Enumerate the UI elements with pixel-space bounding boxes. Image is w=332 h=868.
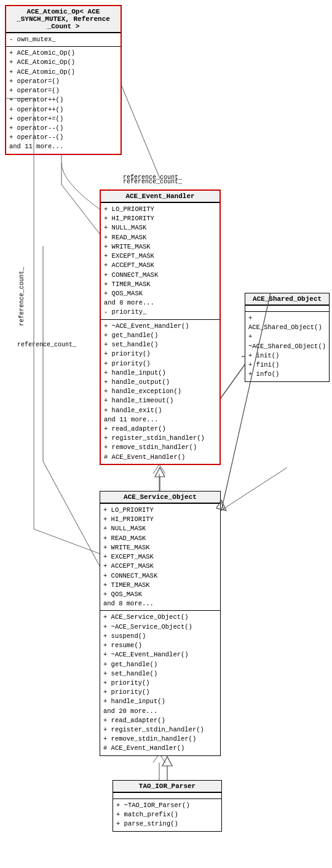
svg-line-8 — [219, 363, 246, 400]
tao-ior-parser-methods: + ~TAO_IOR_Parser() + match_prefix() + p… — [113, 798, 221, 831]
svg-marker-10 — [155, 468, 165, 477]
tao-ior-parser-box: TAO_IOR_Parser + ~TAO_IOR_Parser() + mat… — [113, 780, 222, 832]
ace-event-handler-header: ACE_Event_Handler — [101, 191, 219, 202]
ace-event-handler-box: ACE_Event_Handler + LO_PRIORITY + HI_PRI… — [100, 189, 221, 465]
ace-shared-object-box: ACE_Shared_Object + ACE_Shared_Object() … — [245, 293, 330, 382]
svg-line-6 — [221, 468, 287, 511]
ref-count-label: reference_count_ — [123, 174, 182, 181]
svg-line-4 — [43, 461, 100, 566]
ace-service-object-box: ACE_Service_Object + LO_PRIORITY + HI_PR… — [100, 491, 221, 756]
diagram-container: reference_count_ reference_count_ ACE_At… — [0, 0, 332, 868]
svg-marker-14 — [162, 757, 172, 766]
svg-line-2 — [122, 86, 160, 178]
ace-service-object-constants: + LO_PRIORITY + HI_PRIORITY + NULL_MASK … — [100, 503, 220, 610]
ace-shared-object-empty — [245, 305, 329, 311]
ace-event-handler-constants: + LO_PRIORITY + HI_PRIORITY + NULL_MASK … — [101, 202, 219, 319]
ace-shared-object-header: ACE_Shared_Object — [245, 293, 329, 305]
ace-service-object-methods: + ACE_Service_Object() + ~ACE_Service_Ob… — [100, 610, 220, 755]
ace-service-object-header: ACE_Service_Object — [100, 492, 220, 503]
tao-ior-parser-empty — [113, 792, 221, 798]
ace-atomic-op-fields: - own_mutex_ — [6, 33, 121, 46]
ace-atomic-op-header: ACE_Atomic_Op< ACE_SYNCH_MUTEX, Referenc… — [6, 6, 121, 33]
ace-shared-object-methods: + ACE_Shared_Object() + ~ACE_Shared_Obje… — [245, 311, 329, 381]
ref-count-left-label: reference_count_ — [18, 267, 25, 326]
svg-line-1 — [61, 185, 100, 234]
tao-ior-parser-header: TAO_IOR_Parser — [113, 781, 221, 792]
ace-event-handler-methods: + ~ACE_Event_Handler() + get_handle() + … — [101, 319, 219, 464]
ace-atomic-op-methods: + ACE_Atomic_Op() + ACE_Atomic_Op() + AC… — [6, 46, 121, 153]
ref-count-left-label2: reference_count_ — [17, 341, 76, 348]
ace-atomic-op-box: ACE_Atomic_Op< ACE_SYNCH_MUTEX, Referenc… — [5, 5, 122, 155]
